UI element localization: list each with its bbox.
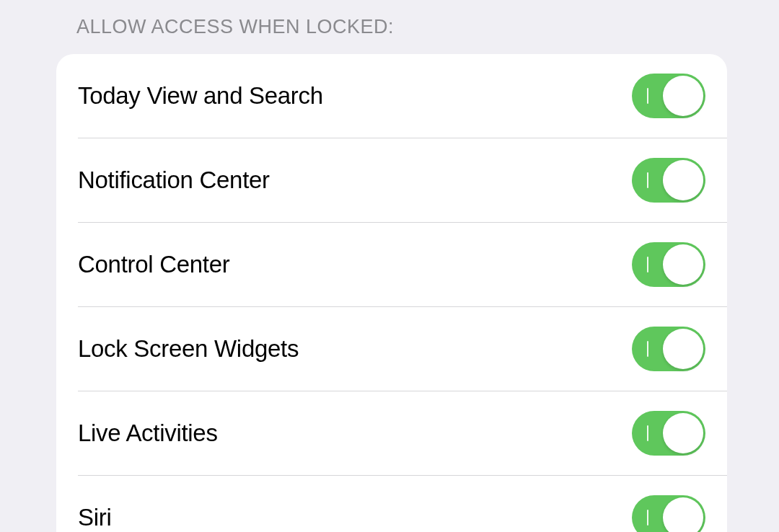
toggle-on-indicator-icon (647, 510, 648, 526)
toggle-thumb (663, 160, 703, 200)
toggle-thumb (663, 329, 703, 369)
settings-container: ALLOW ACCESS WHEN LOCKED: Today View and… (0, 16, 779, 532)
settings-group: Today View and Search Notification Cente… (56, 54, 727, 532)
toggle-today-view-and-search[interactable] (632, 74, 705, 118)
row-lock-screen-widgets: Lock Screen Widgets (56, 307, 727, 391)
row-label: Notification Center (78, 167, 270, 194)
row-label: Lock Screen Widgets (78, 335, 299, 363)
toggle-thumb (663, 244, 703, 285)
toggle-thumb (663, 76, 703, 116)
toggle-thumb (663, 413, 703, 453)
row-control-center: Control Center (56, 223, 727, 306)
row-label: Control Center (78, 251, 229, 278)
row-today-view-and-search: Today View and Search (56, 54, 727, 138)
row-label: Today View and Search (78, 82, 323, 110)
row-siri: Siri (56, 476, 727, 532)
toggle-notification-center[interactable] (632, 158, 705, 203)
row-live-activities: Live Activities (56, 391, 727, 475)
toggle-control-center[interactable] (632, 242, 705, 287)
toggle-on-indicator-icon (647, 257, 648, 272)
row-label: Siri (78, 504, 111, 531)
section-header: ALLOW ACCESS WHEN LOCKED: (0, 16, 779, 54)
row-label: Live Activities (78, 420, 218, 447)
toggle-live-activities[interactable] (632, 411, 705, 456)
toggle-lock-screen-widgets[interactable] (632, 327, 705, 371)
toggle-on-indicator-icon (647, 172, 648, 188)
row-notification-center: Notification Center (56, 138, 727, 222)
toggle-on-indicator-icon (647, 341, 648, 357)
toggle-siri[interactable] (632, 495, 705, 532)
toggle-thumb (663, 497, 703, 532)
toggle-on-indicator-icon (647, 425, 648, 441)
toggle-on-indicator-icon (647, 88, 648, 104)
